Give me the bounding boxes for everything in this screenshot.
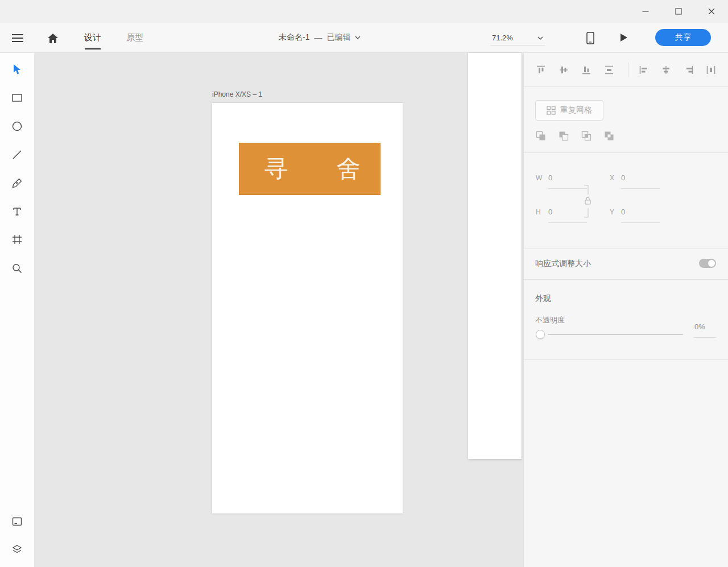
boolean-union-icon[interactable] bbox=[536, 131, 546, 141]
assets-panel-button[interactable] bbox=[7, 511, 27, 532]
tab-prototype[interactable]: 原型 bbox=[126, 23, 143, 52]
section-divider bbox=[524, 86, 728, 87]
lock-aspect-ratio-icon[interactable] bbox=[583, 185, 592, 218]
x-field[interactable]: 0 bbox=[621, 173, 625, 182]
magnifier-icon bbox=[12, 263, 22, 274]
responsive-resize-toggle[interactable] bbox=[699, 259, 716, 268]
distribute-vertical-icon[interactable] bbox=[604, 65, 614, 75]
share-button[interactable]: 共享 bbox=[655, 29, 711, 46]
section-divider bbox=[524, 152, 728, 153]
distribute-horizontal-icon[interactable] bbox=[706, 65, 716, 75]
height-field-label: H bbox=[536, 208, 541, 216]
main-menu-button[interactable] bbox=[10, 32, 25, 44]
section-divider bbox=[524, 279, 728, 280]
pen-icon bbox=[12, 178, 22, 188]
section-divider bbox=[524, 359, 728, 360]
tab-prototype-label: 原型 bbox=[126, 32, 143, 43]
align-top-icon[interactable] bbox=[536, 65, 546, 75]
align-right-icon[interactable] bbox=[684, 65, 694, 75]
repeat-grid-label: 重复网格 bbox=[560, 105, 592, 115]
appearance-section-label: 外观 bbox=[535, 293, 551, 304]
canvas[interactable]: iPhone X/XS – 1 寻 舍 bbox=[34, 53, 523, 567]
opacity-slider-track[interactable] bbox=[548, 334, 683, 335]
tab-design-label: 设计 bbox=[84, 32, 101, 43]
y-field-label: Y bbox=[610, 208, 614, 216]
partial-artboard[interactable] bbox=[468, 53, 522, 459]
y-field[interactable]: 0 bbox=[621, 208, 625, 216]
height-field-underline bbox=[548, 222, 587, 223]
rectangle-icon bbox=[12, 94, 22, 102]
pen-tool-button[interactable] bbox=[7, 173, 27, 193]
document-name: 未命名-1 bbox=[279, 32, 309, 43]
preview-play-button[interactable] bbox=[619, 33, 628, 42]
play-icon bbox=[620, 33, 628, 42]
device-preview-button[interactable] bbox=[586, 32, 595, 44]
width-field-label: W bbox=[536, 174, 542, 182]
app-toolbar: 设计 原型 未命名-1 — 已编辑 71.2% 共享 bbox=[0, 23, 728, 53]
line-icon bbox=[13, 150, 22, 159]
line-tool-button[interactable] bbox=[7, 144, 27, 165]
titlebar bbox=[0, 0, 728, 23]
height-field[interactable]: 0 bbox=[548, 208, 552, 216]
document-status: 已编辑 bbox=[326, 32, 350, 43]
mobile-device-icon bbox=[586, 32, 594, 44]
boolean-intersect-icon[interactable] bbox=[581, 131, 592, 141]
align-left-icon[interactable] bbox=[639, 65, 649, 75]
text-tool-button[interactable] bbox=[7, 201, 27, 222]
align-bottom-icon[interactable] bbox=[581, 65, 592, 75]
alignment-separator bbox=[628, 63, 628, 77]
assets-icon bbox=[12, 516, 22, 527]
opacity-value-underline bbox=[693, 337, 716, 338]
rectangle-tool-button[interactable] bbox=[7, 88, 27, 108]
minimize-icon bbox=[642, 8, 649, 15]
layers-icon bbox=[12, 544, 22, 554]
opacity-label: 不透明度 bbox=[535, 315, 565, 325]
repeat-grid-icon bbox=[547, 106, 556, 115]
boolean-subtract-icon[interactable] bbox=[559, 131, 569, 141]
ellipse-icon bbox=[12, 121, 22, 131]
opacity-value[interactable]: 0% bbox=[694, 322, 705, 331]
maximize-icon bbox=[675, 8, 682, 15]
home-button[interactable] bbox=[46, 31, 60, 45]
text-tool-icon bbox=[12, 206, 22, 217]
chevron-down-icon bbox=[537, 36, 543, 40]
responsive-resize-label: 响应式调整大小 bbox=[535, 259, 591, 269]
layers-panel-button[interactable] bbox=[7, 539, 27, 560]
select-arrow-icon bbox=[13, 64, 22, 75]
opacity-slider-knob[interactable] bbox=[536, 330, 545, 339]
orange-rectangle[interactable]: 寻 舍 bbox=[239, 143, 380, 195]
zoom-tool-button[interactable] bbox=[7, 258, 27, 279]
section-divider bbox=[524, 249, 728, 249]
artboard[interactable]: 寻 舍 bbox=[212, 103, 403, 514]
select-tool-button[interactable] bbox=[7, 59, 27, 80]
boolean-exclude-icon[interactable] bbox=[604, 131, 614, 141]
tools-sidebar bbox=[0, 53, 34, 567]
property-inspector: 重复网格 W 0 X 0 H 0 Y 0 响应式调整大小 外观 不透明度 bbox=[523, 53, 728, 567]
hamburger-icon bbox=[12, 34, 23, 43]
align-horizontal-center-icon[interactable] bbox=[661, 65, 671, 75]
document-separator: — bbox=[314, 33, 322, 42]
width-field[interactable]: 0 bbox=[548, 173, 552, 182]
zoom-control[interactable]: 71.2% bbox=[490, 31, 545, 45]
document-title-menu[interactable]: 未命名-1 — 已编辑 bbox=[279, 23, 361, 52]
shape-text-left: 寻 bbox=[264, 157, 288, 181]
x-field-underline bbox=[621, 188, 660, 189]
align-vertical-center-icon[interactable] bbox=[559, 65, 569, 75]
shape-text-right: 舍 bbox=[337, 157, 361, 181]
close-icon bbox=[708, 8, 715, 15]
close-button[interactable] bbox=[695, 0, 728, 23]
artboard-label[interactable]: iPhone X/XS – 1 bbox=[212, 90, 262, 98]
maximize-button[interactable] bbox=[662, 0, 695, 23]
ellipse-tool-button[interactable] bbox=[7, 116, 27, 136]
toggle-knob bbox=[708, 260, 715, 267]
tab-design[interactable]: 设计 bbox=[84, 23, 101, 52]
width-field-underline bbox=[548, 188, 587, 189]
window-controls bbox=[629, 0, 728, 23]
artboard-tool-button[interactable] bbox=[7, 229, 27, 250]
minimize-button[interactable] bbox=[629, 0, 662, 23]
chevron-down-icon bbox=[355, 36, 361, 39]
zoom-value: 71.2% bbox=[492, 34, 513, 42]
artboard-icon bbox=[12, 234, 22, 245]
repeat-grid-button[interactable]: 重复网格 bbox=[535, 100, 603, 121]
x-field-label: X bbox=[610, 174, 614, 182]
